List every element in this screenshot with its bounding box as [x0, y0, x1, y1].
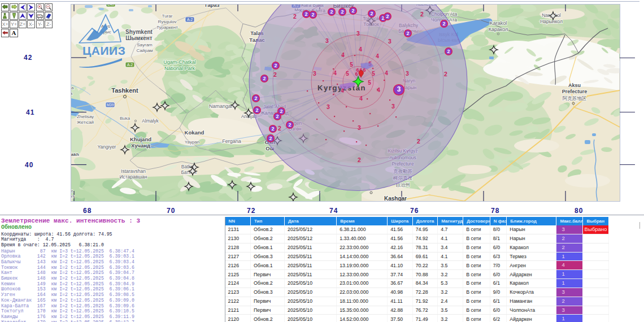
svg-text:Жетісай: Жетісай: [77, 120, 94, 125]
svg-text:Yangiyer: Yangiyer: [98, 144, 116, 150]
svg-text:Shymkent: Shymkent: [125, 29, 153, 35]
svg-text:4: 4: [333, 70, 337, 76]
svg-text:2: 2: [255, 107, 258, 113]
svg-text:3: 3: [388, 38, 391, 45]
svg-text:M39: M39: [107, 103, 114, 107]
svg-text:5: 5: [372, 71, 375, 77]
svg-text:2: 2: [386, 14, 389, 19]
svg-text:ардара: ардара: [71, 85, 74, 90]
svg-text:Тараз: Тараз: [204, 5, 220, 8]
svg-text:3: 3: [313, 70, 316, 77]
svg-text:2: 2: [420, 11, 424, 18]
svg-text:3: 3: [397, 85, 401, 93]
svg-text:2: 2: [351, 8, 354, 14]
svg-text:阿克苏地区: 阿克苏地区: [563, 95, 587, 101]
svg-text:A-2: A-2: [187, 18, 193, 21]
svg-text:Kashgar: Kashgar: [384, 195, 407, 201]
svg-text:2: 2: [442, 21, 445, 27]
svg-text:2: 2: [271, 126, 274, 132]
svg-text:Almalyk: Almalyk: [142, 118, 159, 124]
svg-text:2: 2: [447, 49, 450, 54]
svg-text:чакент: чакент: [71, 194, 75, 199]
svg-text:2: 2: [263, 76, 266, 81]
svg-text:2: 2: [273, 71, 277, 78]
svg-text:4: 4: [359, 95, 363, 102]
svg-text:Sayram: Sayram: [137, 42, 153, 47]
svg-text:Yaypan: Yaypan: [185, 140, 200, 145]
svg-text:2: 2: [417, 138, 420, 145]
svg-text:3: 3: [406, 70, 409, 77]
svg-text:Namangan: Namangan: [209, 103, 234, 109]
svg-text:Karakol: Karakol: [490, 20, 507, 26]
svg-text:Kokand: Kokand: [185, 129, 204, 136]
svg-text:Тураркент: Тураркент: [156, 25, 178, 30]
svg-text:4: 4: [377, 87, 380, 93]
svg-text:Шымкент: Шымкент: [125, 35, 153, 41]
svg-text:2: 2: [311, 12, 314, 18]
svg-text:2: 2: [274, 63, 277, 68]
svg-text:Khujand: Khujand: [130, 136, 151, 142]
svg-text:4: 4: [385, 70, 388, 76]
svg-text:2: 2: [304, 11, 307, 17]
svg-text:Buka: Buka: [120, 116, 130, 121]
svg-text:5: 5: [350, 62, 353, 68]
svg-text:2: 2: [370, 11, 373, 16]
svg-text:6: 6: [355, 71, 358, 77]
svg-text:Aksu: Aksu: [568, 82, 581, 88]
svg-text:2: 2: [341, 9, 343, 15]
svg-text:3: 3: [356, 30, 360, 37]
svg-text:Istaravshan: Istaravshan: [121, 168, 146, 174]
svg-text:Сайрам: Сайрам: [136, 48, 153, 53]
svg-text:2: 2: [276, 114, 279, 119]
svg-text:Fergana: Fergana: [222, 138, 241, 144]
svg-text:2: 2: [406, 31, 409, 36]
svg-text:2: 2: [278, 125, 281, 132]
svg-text:Истаравшан: Истаравшан: [119, 174, 147, 180]
svg-text:2: 2: [280, 108, 282, 114]
svg-text:E40: E40: [107, 5, 114, 6]
svg-text:3: 3: [325, 37, 329, 44]
svg-text:2: 2: [330, 9, 333, 15]
svg-text:2: 2: [254, 95, 257, 101]
svg-text:5: 5: [368, 80, 371, 86]
svg-text:Turar: Turar: [162, 14, 173, 19]
svg-text:4: 4: [341, 52, 345, 58]
svg-text:4: 4: [376, 53, 379, 59]
svg-text:National Park: National Park: [164, 66, 195, 71]
svg-text:3: 3: [327, 103, 330, 110]
svg-text:Rysqulov: Rysqulov: [158, 19, 177, 24]
svg-text:akh: akh: [71, 152, 79, 157]
svg-text:ЦАИИЗ: ЦАИИЗ: [82, 44, 125, 57]
svg-text:2: 2: [293, 13, 297, 20]
svg-text:2: 2: [269, 136, 272, 141]
svg-text:Нарынкол: Нарынкол: [540, 19, 563, 24]
svg-text:3: 3: [391, 103, 395, 110]
svg-text:Tashkent: Tashkent: [111, 87, 138, 94]
svg-text:2: 2: [444, 71, 447, 77]
svg-text:Zhetisay: Zhetisay: [77, 114, 94, 119]
svg-text:Каракол: Каракол: [489, 27, 508, 32]
svg-text:3: 3: [358, 124, 361, 131]
svg-text:2: 2: [288, 122, 291, 128]
svg-text:4: 4: [359, 46, 362, 53]
svg-text:A-2: A-2: [127, 63, 133, 67]
svg-text:2: 2: [358, 156, 361, 163]
svg-text:Ugam-Chatkal: Ugam-Chatkal: [163, 59, 196, 65]
svg-text:5: 5: [346, 71, 349, 77]
svg-text:Prefecture: Prefecture: [562, 89, 588, 94]
svg-text:Хучанд: Хучанд: [131, 142, 150, 149]
